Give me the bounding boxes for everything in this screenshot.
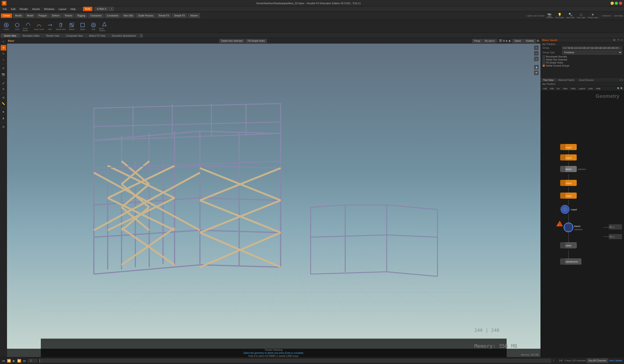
node-transform16[interactable]: transform16 <box>560 259 581 265</box>
build-button[interactable]: Build <box>83 7 92 11</box>
volume-tab[interactable]: Volume <box>188 13 200 18</box>
tool-snap[interactable]: ⊞ <box>1 95 6 100</box>
tab-composite-view[interactable]: Composite View <box>63 34 86 38</box>
texture-tab[interactable]: Texture <box>63 13 75 18</box>
asset-browser-tab[interactable]: Asset Browser <box>577 78 596 82</box>
node-side-2[interactable]: file_2 <box>609 234 622 239</box>
shelf-texture-icon[interactable]: Texture <box>66 21 77 32</box>
net-zoom-in-icon[interactable]: 🔍 <box>617 87 620 90</box>
prop-breadcrumb-pavillione[interactable]: Pavillion <box>547 43 555 46</box>
shelf-quick-shapes-icon[interactable]: Quick Shapes <box>99 21 110 32</box>
model-tab[interactable]: Model <box>25 13 35 18</box>
node-side-1[interactable]: file_1 <box>609 225 622 229</box>
terrainfx-tab[interactable]: Terrain FX <box>156 13 171 18</box>
tool-display-options[interactable]: ⊞ <box>1 124 6 130</box>
spot-light-shelf[interactable]: 🔦 Spot Light <box>565 13 575 19</box>
visibility-dropdown[interactable]: Visibility <box>523 39 536 43</box>
node-copy5[interactable]: copy5 <box>560 193 577 199</box>
rigging-tab[interactable]: Rigging <box>75 13 87 18</box>
minimize-button[interactable]: − <box>611 2 614 5</box>
viewport-wireframe-icon[interactable]: ◈ <box>505 39 508 42</box>
shelf-create-icon[interactable]: Create <box>1 21 12 32</box>
viewport-shading-icon[interactable]: ◑ <box>508 39 510 42</box>
tool-paint[interactable]: 🖌 <box>1 80 6 86</box>
point-light-shelf[interactable]: 💡 Point Light <box>554 13 565 19</box>
menu-help[interactable]: Help <box>68 7 78 11</box>
tool-camera[interactable]: 📷 <box>1 72 6 77</box>
no-cam-dropdown[interactable]: No cam ▾ <box>483 39 497 43</box>
network-path[interactable]: / <box>109 7 114 11</box>
tool-pose[interactable]: ♟ <box>1 116 6 121</box>
net-layout-btn[interactable]: Layout <box>577 87 586 90</box>
timeline-start-btn[interactable]: ⏮ <box>2 359 5 362</box>
polygon-tab[interactable]: Polygon <box>36 13 49 18</box>
material-palette-tab[interactable]: Material Palette <box>556 78 576 82</box>
select-dropdown[interactable]: Select <box>512 39 523 43</box>
net-go-btn[interactable]: Go <box>556 87 561 90</box>
viewport-settings-icon[interactable]: ⚙ <box>537 39 540 43</box>
delete-non-selected-checkbox[interactable] <box>543 58 545 61</box>
vp-ghost-toggle[interactable]: 👁 <box>534 71 539 75</box>
tool-select[interactable]: ↖ <box>1 39 6 45</box>
net-view-btn[interactable]: View <box>562 87 569 90</box>
tool-measure[interactable]: 📏 <box>1 101 6 106</box>
persp-dropdown[interactable]: Persp <box>472 39 482 43</box>
tool-scale[interactable]: ⤡ <box>1 57 6 63</box>
shelf-hole-icon[interactable]: Hole <box>88 21 99 32</box>
menu-edit[interactable]: Edit <box>9 7 17 11</box>
node-copy6[interactable]: copy6 <box>561 205 577 214</box>
characters-tab[interactable]: Characters <box>88 13 104 18</box>
maximize-button[interactable]: □ <box>615 2 618 5</box>
viewport-render-icon[interactable]: 🎬 <box>499 39 502 42</box>
prop-group-value[interactable]: 0-17 65-82 113-118 130-147 154-159 166-1… <box>562 46 622 50</box>
prop-breadcrumb-obj[interactable]: obj <box>542 43 545 46</box>
tab-scene-view[interactable]: Scene View <box>1 34 19 38</box>
timeline-prev-btn[interactable]: ⏪ <box>7 359 11 362</box>
tool-transform[interactable]: ✛ <box>1 45 6 50</box>
net-labs-btn[interactable]: Labs <box>587 87 594 90</box>
tab-geometry-spreadsheet[interactable]: Geometry Spreadsheet <box>109 34 139 38</box>
area-light-shelf[interactable]: □ Area Light <box>576 13 586 19</box>
delete-unused-groups-checkbox[interactable]: ✓ <box>543 64 545 67</box>
timeline-end-btn[interactable]: ⏭ <box>23 359 26 362</box>
timeline-next-btn[interactable]: ⏩ <box>17 359 21 362</box>
prop-group-type-select[interactable]: Primitives Points Edges Vertices <box>562 50 622 54</box>
create-tab[interactable]: Create <box>1 13 12 18</box>
shelf-circle-icon[interactable]: Circle <box>12 21 23 32</box>
viewport-3d-canvas[interactable]: Memory: 356 MB 240 | 240 Restart Selecti… <box>7 44 541 357</box>
network-add-tab-icon[interactable]: + <box>620 79 621 81</box>
constraints-tab[interactable]: Constraints <box>104 13 121 18</box>
menu-file[interactable]: File <box>1 7 9 11</box>
menu-render[interactable]: Render <box>18 7 30 11</box>
fill-simple-holes-checkbox[interactable] <box>543 61 545 64</box>
network-breadcrumb-obj[interactable]: obj <box>542 83 545 85</box>
node-copy3[interactable]: copy3 <box>560 155 577 160</box>
tool-rotate[interactable]: ↻ <box>1 51 6 57</box>
tool-view[interactable]: 👁 <box>1 66 6 71</box>
viewport-grid-icon[interactable]: ⊞ <box>503 39 505 42</box>
menu-assets[interactable]: Assets <box>30 7 42 11</box>
timeline-play-btn[interactable]: ▶ <box>13 359 15 362</box>
node-graph[interactable]: Geometry <box>541 91 624 357</box>
recompute-normals-checkbox[interactable] <box>543 55 545 58</box>
add-tab-button[interactable]: + <box>140 34 143 38</box>
deform-tab[interactable]: Deform <box>50 13 62 18</box>
main-dropdown[interactable]: ⊕ Main ▾ <box>95 7 108 11</box>
simplefx-tab[interactable]: Simple FX <box>172 13 187 18</box>
tab-animation-editor[interactable]: Animation Editor <box>20 34 43 38</box>
net-add-btn[interactable]: Add <box>542 87 548 90</box>
tool-flag[interactable]: ⚑ <box>1 109 6 115</box>
close-button[interactable]: × <box>619 2 622 5</box>
properties-settings-icon[interactable]: ⚙ <box>613 39 616 42</box>
menu-windows[interactable]: Windows <box>42 7 56 11</box>
net-zoom-out-icon[interactable]: 🔍 <box>620 87 623 90</box>
camera-icon-shelf[interactable]: 📷 Camera <box>545 13 554 19</box>
guideprocess-tab[interactable]: Guide Process <box>136 13 156 18</box>
delete-non-selected-btn[interactable]: Delete Non Selected <box>219 39 245 43</box>
properties-help-icon[interactable]: ? <box>618 39 619 42</box>
tool-handle[interactable]: ⊕ <box>1 86 6 92</box>
modify-tab[interactable]: Modify <box>13 13 24 18</box>
timeline-track[interactable] <box>39 359 551 363</box>
network-close-icon[interactable]: × <box>622 79 623 81</box>
node-blast1[interactable]: blast1 selection <box>560 166 586 172</box>
